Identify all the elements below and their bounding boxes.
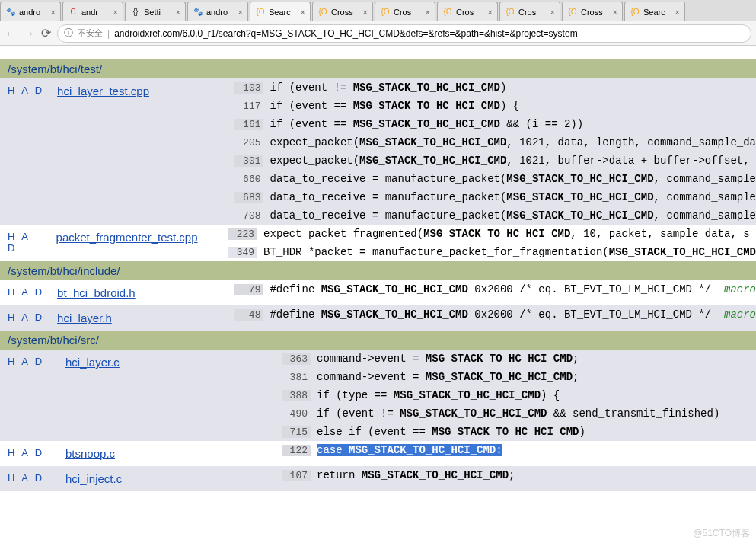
line-number[interactable]: 103 <box>234 82 263 94</box>
had-links[interactable]: H A D <box>0 225 52 261</box>
line-number[interactable]: 223 <box>228 228 257 240</box>
code-line[interactable]: 107return MSG_STACK_TO_HC_HCI_CMD; <box>282 466 756 484</box>
insecure-label: 不安全 <box>78 27 103 39</box>
code-line[interactable]: 117if (event == MSG_STACK_TO_HC_HCI_CMD)… <box>234 97 756 115</box>
code-text: data_to_receive = manufacture_packet(MSG… <box>270 191 756 203</box>
line-number[interactable]: 107 <box>282 470 311 481</box>
line-number[interactable]: 388 <box>282 390 311 401</box>
close-icon[interactable]: × <box>113 8 118 17</box>
browser-tab[interactable]: {OCros× <box>437 2 498 21</box>
code-line[interactable]: 490if (event != MSG_STACK_TO_HC_HCI_CMD … <box>282 404 756 423</box>
filename-link[interactable]: packet_fragmenter_test.cpp <box>56 231 198 244</box>
line-number[interactable]: 708 <box>234 210 263 222</box>
browser-tab[interactable]: {OCross× <box>562 2 623 21</box>
filename-link[interactable]: hci_layer.h <box>57 311 112 324</box>
code-line[interactable]: 223expect_packet_fragmented(MSG_STACK_TO… <box>228 225 756 243</box>
code-line[interactable]: 381command->event = MSG_STACK_TO_HC_HCI_… <box>282 368 756 386</box>
code-text: expect_packet(MSG_STACK_TO_HC_HCI_CMD, 1… <box>270 155 756 167</box>
line-number[interactable]: 660 <box>234 174 263 185</box>
code-line[interactable]: 205expect_packet(MSG_STACK_TO_HC_HCI_CMD… <box>234 133 756 152</box>
close-icon[interactable]: × <box>488 8 493 17</box>
code-line[interactable]: 683data_to_receive = manufacture_packet(… <box>234 188 756 206</box>
filename-link[interactable]: btsnoop.c <box>65 447 115 460</box>
had-links[interactable]: H A D <box>0 280 53 305</box>
browser-tab[interactable]: {OCros× <box>499 2 560 21</box>
line-number[interactable]: 205 <box>234 137 263 149</box>
had-links[interactable]: H A D <box>0 466 61 491</box>
code-text: return MSG_STACK_TO_HC_HCI_CMD; <box>317 469 515 481</box>
browser-tab[interactable]: 🐾andro× <box>187 2 248 21</box>
code-line[interactable]: 79#define MSG_STACK_TO_HC_HCI_CMD 0x2000… <box>234 280 756 299</box>
tab-title: Searc <box>269 8 291 17</box>
browser-tab[interactable]: {OCross× <box>312 2 373 21</box>
line-number[interactable]: 490 <box>282 408 311 420</box>
code-line[interactable]: 388if (type == MSG_STACK_TO_HC_HCI_CMD) … <box>282 386 756 404</box>
browser-tab[interactable]: {OCros× <box>375 2 435 21</box>
line-number[interactable]: 117 <box>234 101 263 112</box>
browser-tab[interactable]: 🐾andro× <box>0 2 61 21</box>
directory-header[interactable]: /system/bt/hci/include/ <box>0 261 756 280</box>
filename-link[interactable]: hci_layer_test.cpp <box>57 85 149 97</box>
line-number[interactable]: 683 <box>234 192 263 203</box>
line-number[interactable]: 301 <box>234 155 263 167</box>
filename-link[interactable]: hci_inject.c <box>65 472 122 485</box>
line-number[interactable]: 122 <box>282 445 311 456</box>
code-line[interactable]: 363command->event = MSG_STACK_TO_HC_HCI_… <box>282 350 756 368</box>
browser-tab[interactable]: {OSearc× <box>624 2 685 21</box>
close-icon[interactable]: × <box>613 8 617 17</box>
tab-title: Cros <box>518 8 536 17</box>
close-icon[interactable]: × <box>550 8 555 17</box>
code-line[interactable]: 660data_to_receive = manufacture_packet(… <box>234 170 756 188</box>
filename-link[interactable]: bt_hci_bdroid.h <box>57 286 136 299</box>
code-line[interactable]: 715else if (event == MSG_STACK_TO_HC_HCI… <box>282 423 756 441</box>
close-icon[interactable]: × <box>51 8 56 17</box>
tab-title: Setti <box>144 8 161 17</box>
forward-button[interactable]: → <box>23 27 35 40</box>
code-line[interactable]: 349BT_HDR *packet = manufacture_packet_f… <box>228 243 756 261</box>
line-number[interactable]: 715 <box>282 426 311 438</box>
line-number[interactable]: 161 <box>234 119 263 130</box>
favicon-icon: 🐾 <box>193 7 203 18</box>
code-line[interactable]: 708data_to_receive = manufacture_packet(… <box>234 206 756 225</box>
close-icon[interactable]: × <box>675 8 680 17</box>
close-icon[interactable]: × <box>238 8 243 17</box>
browser-tab[interactable]: Candr× <box>62 2 123 21</box>
line-number[interactable]: 48 <box>234 309 263 321</box>
line-number[interactable]: 79 <box>234 284 263 295</box>
line-number[interactable]: 363 <box>282 353 311 365</box>
favicon-icon: {O <box>505 7 515 18</box>
had-links[interactable]: H A D <box>0 441 61 466</box>
line-number[interactable]: 349 <box>228 247 257 258</box>
code-line[interactable]: 122case MSG_STACK_TO_HC_HCI_CMD: <box>282 441 756 459</box>
favicon-icon: {O <box>630 7 640 18</box>
code-line[interactable]: 161if (event == MSG_STACK_TO_HC_HCI_CMD … <box>234 115 756 133</box>
file-result-row: H A Dpacket_fragmenter_test.cpp223expect… <box>0 225 756 261</box>
tab-title: Searc <box>643 8 665 17</box>
had-links[interactable]: H A D <box>0 350 61 441</box>
filename-cell: hci_inject.c <box>61 466 282 491</box>
close-icon[interactable]: × <box>426 8 430 17</box>
code-line[interactable]: 48#define MSG_STACK_TO_HC_HCI_CMD 0x2000… <box>234 305 756 324</box>
file-result-row: H A Dhci_layer.c363command->event = MSG_… <box>0 350 756 441</box>
filename-link[interactable]: hci_layer.c <box>65 356 120 369</box>
code-text: #define MSG_STACK_TO_HC_HCI_CMD 0x2000 /… <box>270 283 756 295</box>
code-line[interactable]: 301expect_packet(MSG_STACK_TO_HC_HCI_CMD… <box>234 152 756 170</box>
back-button[interactable]: ← <box>5 27 17 40</box>
directory-header[interactable]: /system/bt/hci/src/ <box>0 331 756 350</box>
browser-tab[interactable]: {OSearc× <box>250 2 311 21</box>
directory-header[interactable]: /system/bt/hci/test/ <box>0 59 756 78</box>
reload-button[interactable]: ⟳ <box>41 26 51 40</box>
code-line[interactable]: 103if (event != MSG_STACK_TO_HC_HCI_CMD) <box>234 78 756 97</box>
close-icon[interactable]: × <box>301 8 305 17</box>
had-links[interactable]: H A D <box>0 78 53 225</box>
close-icon[interactable]: × <box>363 8 368 17</box>
filename-cell: packet_fragmenter_test.cpp <box>52 225 228 261</box>
close-icon[interactable]: × <box>176 8 180 17</box>
had-links[interactable]: H A D <box>0 305 53 331</box>
line-number[interactable]: 381 <box>282 372 311 383</box>
favicon-icon: {O <box>567 7 578 18</box>
filename-cell: hci_layer.c <box>61 350 282 441</box>
url-field[interactable]: ⓘ 不安全 | androidxref.com/6.0.0_r1/search?… <box>57 24 751 43</box>
favicon-icon: {O <box>442 7 453 18</box>
browser-tab[interactable]: {}Setti× <box>125 2 186 21</box>
